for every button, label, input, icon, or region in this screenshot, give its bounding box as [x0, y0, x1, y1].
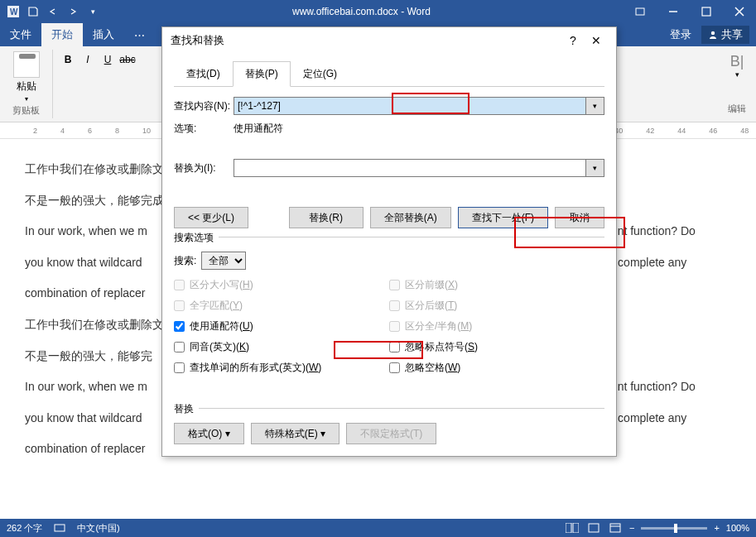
dialog-title: 查找和替换	[171, 33, 561, 48]
tab-home[interactable]: 开始	[41, 23, 83, 46]
clipboard-icon	[13, 51, 40, 78]
find-dropdown[interactable]: ▾	[586, 97, 604, 115]
check-left-4[interactable]: 查找单词的所有形式(英文)(W)	[174, 361, 389, 375]
qat-dropdown-icon[interactable]: ▾	[86, 5, 99, 18]
word-icon: W	[7, 5, 20, 18]
check-label: 区分全/半角(M)	[405, 319, 472, 333]
dialog-titlebar[interactable]: 查找和替换 ? ✕	[162, 27, 616, 54]
window-title: www.officebai.com.docx - Word	[99, 6, 624, 17]
tab-goto[interactable]: 定位(G)	[291, 61, 349, 87]
checkbox	[174, 280, 185, 290]
tab-replace[interactable]: 替换(P)	[233, 61, 291, 87]
tab-more: ⋯	[124, 23, 155, 46]
checkbox[interactable]	[174, 362, 185, 373]
check-left-1: 全字匹配(Y)	[174, 299, 389, 313]
check-label: 区分后缀(T)	[405, 299, 457, 313]
paste-button[interactable]: 粘贴 ▾	[7, 51, 46, 103]
dialog-help-button[interactable]: ?	[561, 29, 585, 52]
styles-placeholder: B|	[730, 53, 744, 70]
checkbox	[389, 321, 400, 332]
search-dir-label: 搜索:	[174, 254, 196, 268]
options-label: 选项:	[174, 122, 234, 136]
bold-button[interactable]: B	[60, 51, 76, 68]
ribbon-options-icon[interactable]	[624, 0, 657, 23]
search-options-label: 搜索选项	[174, 231, 219, 245]
strike-button[interactable]: abc	[119, 51, 136, 68]
zoom-level[interactable]: 100%	[726, 523, 749, 533]
language[interactable]: 中文(中国)	[77, 522, 119, 535]
check-right-1: 区分后缀(T)	[389, 299, 604, 313]
close-button[interactable]	[723, 0, 756, 23]
undo-icon[interactable]	[46, 5, 60, 18]
readmode-icon[interactable]	[565, 520, 580, 535]
check-label: 忽略标点符号(S)	[405, 340, 478, 354]
search-direction-select[interactable]: 全部	[201, 252, 246, 270]
zoom-in[interactable]: +	[714, 523, 719, 533]
checkbox[interactable]	[389, 342, 400, 352]
find-next-button[interactable]: 查找下一处(F)	[458, 207, 548, 228]
format-button[interactable]: 格式(O) ▾	[174, 423, 244, 444]
zoom-out[interactable]: −	[629, 523, 634, 533]
share-icon	[708, 30, 718, 40]
less-button[interactable]: << 更少(L)	[174, 207, 248, 228]
check-left-3[interactable]: 同音(英文)(K)	[174, 340, 389, 354]
checkbox[interactable]	[389, 362, 400, 373]
word-count[interactable]: 262 个字	[7, 522, 42, 535]
svg-rect-10	[573, 523, 579, 533]
check-left-0: 区分大小写(H)	[174, 278, 389, 292]
replace-button[interactable]: 替换(R)	[289, 207, 364, 228]
tab-find[interactable]: 查找(D)	[174, 61, 233, 87]
replace-all-button[interactable]: 全部替换(A)	[370, 207, 451, 228]
svg-rect-8	[55, 525, 65, 531]
find-input[interactable]	[234, 97, 586, 115]
maximize-button[interactable]	[690, 0, 723, 23]
find-label: 查找内容(N):	[174, 99, 234, 113]
tab-insert[interactable]: 插入	[83, 23, 124, 46]
weblayout-icon[interactable]	[608, 520, 623, 535]
dialog-tabs: 查找(D) 替换(P) 定位(G)	[174, 60, 604, 87]
tab-file[interactable]: 文件	[0, 23, 41, 46]
checkbox[interactable]	[174, 321, 185, 332]
svg-rect-11	[589, 524, 599, 532]
options-value: 使用通配符	[234, 122, 283, 136]
edit-group: B| ▾ 编辑	[718, 50, 756, 118]
statusbar: 262 个字 中文(中国) − + 100%	[0, 519, 756, 537]
check-label: 使用通配符(U)	[190, 319, 253, 333]
save-icon[interactable]	[26, 5, 40, 18]
replace-dropdown[interactable]: ▾	[586, 159, 604, 177]
checkbox[interactable]	[174, 342, 185, 352]
svg-rect-4	[702, 7, 710, 16]
redo-icon[interactable]	[66, 5, 79, 18]
dialog-close-button[interactable]: ✕	[585, 29, 608, 52]
italic-button[interactable]: I	[79, 51, 96, 68]
underline-button[interactable]: U	[99, 51, 116, 68]
check-right-3[interactable]: 忽略标点符号(S)	[389, 340, 604, 354]
special-button[interactable]: 特殊格式(E) ▾	[251, 423, 339, 444]
clipboard-group-label: 剪贴板	[7, 104, 46, 117]
minimize-button[interactable]	[657, 0, 690, 23]
check-left-2[interactable]: 使用通配符(U)	[174, 319, 389, 333]
check-label: 区分大小写(H)	[190, 278, 253, 292]
check-label: 查找单词的所有形式(英文)(W)	[190, 361, 321, 375]
check-label: 区分前缀(X)	[405, 278, 458, 292]
share-label: 共享	[721, 27, 743, 42]
zoom-slider[interactable]	[641, 527, 707, 530]
checkbox	[389, 300, 400, 311]
svg-point-7	[711, 31, 715, 35]
replace-input[interactable]	[234, 159, 586, 177]
check-right-0: 区分前缀(X)	[389, 278, 604, 292]
check-label: 同音(英文)(K)	[190, 340, 249, 354]
login-link[interactable]: 登录	[670, 27, 691, 42]
checkbox	[174, 300, 185, 311]
checkbox	[389, 280, 400, 290]
check-label: 忽略空格(W)	[405, 361, 460, 375]
titlebar: W ▾ www.officebai.com.docx - Word	[0, 0, 756, 23]
cancel-button[interactable]: 取消	[555, 207, 604, 228]
printlayout-icon[interactable]	[586, 520, 601, 535]
check-right-2: 区分全/半角(M)	[389, 319, 604, 333]
noformat-button: 不限定格式(T)	[346, 423, 436, 444]
spellcheck-icon[interactable]	[52, 520, 67, 535]
share-button[interactable]: 共享	[701, 26, 749, 44]
replace-section-label: 替换	[174, 402, 199, 416]
check-right-4[interactable]: 忽略空格(W)	[389, 361, 604, 375]
